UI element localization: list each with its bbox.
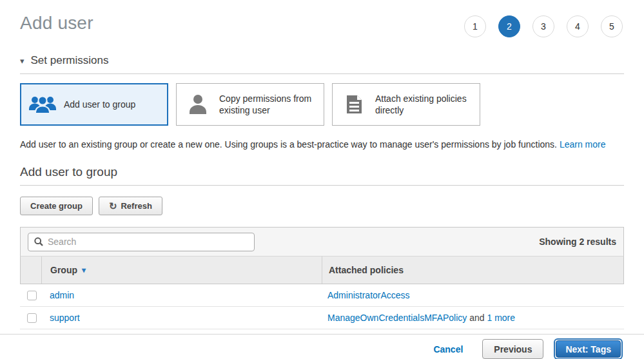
wizard-steps: 1 2 3 4 5 [464,13,624,37]
table-toolbar: Showing 2 results [20,227,624,256]
previous-button[interactable]: Previous [482,339,543,359]
column-group-label: Group [50,265,77,275]
group-cell: admin [41,290,321,300]
group-link[interactable]: support [50,313,80,323]
next-button-focus-ring: Next: Tags [554,338,623,359]
create-group-button[interactable]: Create group [20,197,93,215]
more-policies-link[interactable]: 1 more [487,313,515,323]
option-label: Copy permissions from existing user [219,93,317,116]
row-checkbox[interactable] [27,313,37,323]
option-label: Add user to group [64,99,135,110]
section-divider [20,73,624,74]
and-text: and [469,313,484,323]
table-header-row: Group ▾ Attached policies [20,256,624,284]
step-1: 1 [464,15,486,37]
user-icon [183,94,213,115]
description-text: Add user to an existing group or create … [20,139,557,150]
group-cell: support [41,313,321,323]
policy-document-icon [339,94,369,115]
step-3: 3 [532,15,554,37]
policies-cell: AdministratorAccess [321,290,624,300]
group-actions: Create group ↻ Refresh [20,197,624,215]
cancel-button[interactable]: Cancel [433,344,463,354]
sort-descending-icon: ▾ [82,266,86,275]
option-label: Attach existing policies directly [375,93,473,116]
search-icon [34,237,43,246]
group-description: Add user to an existing group or create … [20,139,624,150]
option-attach-policies[interactable]: Attach existing policies directly [332,83,480,126]
policies-cell: ManageOwnCredentialsMFAPolicy and 1 more [321,313,624,323]
refresh-label: Refresh [121,201,151,211]
option-copy-permissions[interactable]: Copy permissions from existing user [176,83,324,126]
collapse-caret-icon: ▾ [20,57,24,65]
results-count: Showing 2 results [539,237,616,247]
user-group-icon [28,95,57,114]
table-row: admin AdministratorAccess [20,284,624,307]
section-divider [20,185,624,186]
policy-link[interactable]: AdministratorAccess [327,290,410,300]
policy-link[interactable]: ManageOwnCredentialsMFAPolicy [327,313,467,323]
learn-more-link[interactable]: Learn more [560,139,606,150]
row-checkbox[interactable] [27,291,37,300]
step-2-active: 2 [498,15,520,37]
wizard-footer: Cancel Previous Next: Tags [0,334,644,359]
table-row: support ManageOwnCredentialsMFAPolicy an… [20,307,624,329]
step-4: 4 [567,15,589,37]
permission-option-cards: Add user to group Copy permissions from … [20,83,624,126]
refresh-icon: ↻ [109,201,117,211]
refresh-button[interactable]: ↻ Refresh [99,197,162,215]
option-add-user-to-group[interactable]: Add user to group [20,83,168,126]
add-user-to-group-title: Add user to group [20,165,624,179]
page-header: Add user 1 2 3 4 5 [20,0,624,37]
column-attached-policies: Attached policies [322,257,623,284]
groups-table: Showing 2 results Group ▾ Attached polic… [20,227,624,329]
column-group[interactable]: Group ▾ [42,257,322,284]
page-title: Add user [20,13,93,34]
step-5: 5 [601,15,623,37]
set-permissions-toggle[interactable]: ▾ Set permissions [20,54,624,67]
search-box[interactable] [28,233,255,251]
next-tags-button[interactable]: Next: Tags [556,340,621,358]
set-permissions-title: Set permissions [31,54,109,67]
search-input[interactable] [48,237,248,247]
select-all-column [21,257,42,284]
group-link[interactable]: admin [50,290,74,300]
